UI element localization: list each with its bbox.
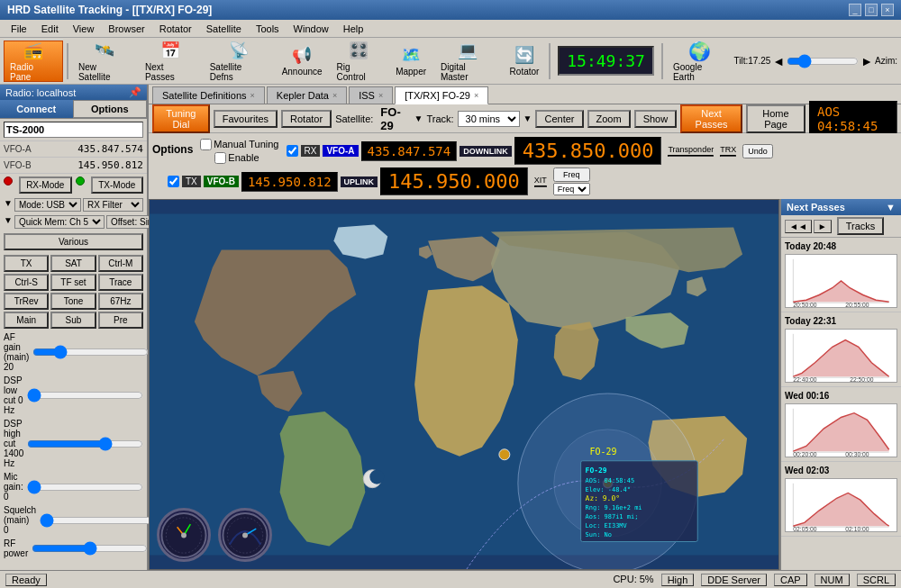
zoom-button[interactable]: Zoom	[587, 110, 631, 128]
quick-mem-select[interactable]: Quick Mem: Ch 5	[14, 215, 105, 229]
next-passes-sat-button[interactable]: Next Passes	[680, 104, 742, 133]
sat-dropdown-icon[interactable]: ▼	[414, 113, 423, 123]
tab-fo29[interactable]: [TX/RX] FO-29 ×	[395, 86, 488, 104]
tx-mode-button[interactable]: TX-Mode	[91, 176, 144, 194]
tab-fo29-close[interactable]: ×	[474, 91, 478, 100]
menu-browser[interactable]: Browser	[101, 22, 151, 36]
menu-tools[interactable]: Tools	[249, 22, 287, 36]
close-button[interactable]: ×	[881, 4, 894, 16]
main-button[interactable]: Main	[4, 312, 49, 329]
trace-button[interactable]: Trace	[98, 274, 143, 291]
tab-iss-close[interactable]: ×	[378, 91, 383, 100]
rx-led	[4, 176, 13, 185]
menu-help[interactable]: Help	[336, 22, 371, 36]
rx-checkbox[interactable]	[287, 145, 298, 157]
nav-prev-button[interactable]: ◄◄	[785, 220, 812, 233]
dsp-low-slider[interactable]	[27, 391, 143, 400]
panel-pin-icon[interactable]: 📌	[129, 86, 141, 98]
tx-checkbox[interactable]	[168, 176, 179, 187]
tab-iss[interactable]: ISS ×	[349, 86, 393, 104]
manual-tuning-checkbox[interactable]	[200, 139, 212, 150]
undo-button[interactable]: Undo	[742, 144, 773, 158]
tab-kepler-label: Kepler Data	[277, 90, 329, 101]
tilt-increase-icon[interactable]: ►	[860, 54, 873, 68]
tilt-decrease-icon[interactable]: ◄	[772, 54, 785, 68]
mode-select[interactable]: Mode: USB Mode: LSB Mode: FM	[14, 198, 81, 212]
rotator-toolbar-button[interactable]: 🔄 Rotator	[504, 41, 546, 82]
next-passes-label: Next Passes	[145, 62, 196, 82]
nav-play-button[interactable]: ►	[814, 220, 832, 233]
dsp-low-row: DSP low cut 0 Hz	[0, 374, 147, 417]
ctrl-m-button[interactable]: Ctrl-M	[98, 255, 143, 272]
dsp-high-row: DSP high cut 1400 Hz	[0, 417, 147, 470]
tuning-dial-button[interactable]: Tuning Dial	[152, 104, 210, 133]
minimize-button[interactable]: _	[849, 4, 861, 16]
sat-button[interactable]: SAT	[50, 255, 96, 272]
af-gain-slider[interactable]	[32, 348, 149, 357]
67hz-button[interactable]: 67Hz	[98, 293, 143, 310]
xit-label: XIT	[534, 176, 547, 185]
maximize-button[interactable]: □	[865, 4, 878, 16]
options-button[interactable]: Options	[73, 100, 148, 118]
main-content-area: Radio: localhost 📌 Connect Options VFO-A…	[0, 85, 901, 570]
pass-item-3: Wed 00:16 00:20:00 00:30:00	[781, 387, 901, 462]
tr-rev-button[interactable]: TrRev	[4, 293, 49, 310]
next-passes-dropdown-icon[interactable]: ▼	[886, 202, 896, 213]
quick-mem-arrow[interactable]: ▼	[4, 215, 13, 229]
transponder-bar-rx	[668, 155, 714, 157]
rotator-sat-button[interactable]: Rotator	[281, 110, 332, 128]
rx-mode-button[interactable]: RX-Mode	[19, 176, 72, 194]
freq-select[interactable]: Freq	[553, 183, 590, 195]
mapper-button[interactable]: 🗺️ Mapper	[389, 41, 432, 82]
menu-satellite[interactable]: Satellite	[199, 22, 249, 36]
mic-gain-slider[interactable]	[27, 483, 143, 492]
pass-item-4: Wed 02:03 02:05:00 02:10:00	[781, 462, 901, 537]
radio-pane-button[interactable]: 📻 Radio Pane	[4, 41, 63, 82]
favourites-button[interactable]: Favourites	[214, 110, 278, 128]
new-satellite-button[interactable]: 🛰️ New Satellite	[72, 41, 137, 82]
enable-checkbox[interactable]	[214, 152, 226, 164]
menu-edit[interactable]: Edit	[34, 22, 66, 36]
tf-set-button[interactable]: TF set	[50, 274, 96, 291]
rf-power-slider[interactable]	[32, 544, 148, 553]
tab-satellite-definitions[interactable]: Satellite Definitions ×	[152, 86, 265, 104]
various-button[interactable]: Various	[4, 233, 143, 250]
window-controls: _ □ ×	[849, 4, 894, 16]
menu-window[interactable]: Window	[287, 22, 336, 36]
mode-dropdown-arrow[interactable]: ▼	[4, 198, 13, 212]
pre-button[interactable]: Pre	[98, 312, 143, 329]
rig-control-button[interactable]: 🎛️ Rig Control	[331, 41, 388, 82]
tracks-button[interactable]: Tracks	[837, 217, 885, 235]
connect-button[interactable]: Connect	[0, 100, 73, 118]
announce-button[interactable]: 📢 Announce	[276, 41, 329, 82]
menu-file[interactable]: File	[4, 22, 34, 36]
track-dropdown-icon[interactable]: ▼	[523, 113, 532, 123]
show-button[interactable]: Show	[634, 110, 678, 128]
squelch-slider[interactable]	[40, 516, 156, 525]
satellite-defns-button[interactable]: 📡 Satellite Defns	[204, 41, 274, 82]
digital-master-icon: 💻	[458, 41, 478, 60]
digital-master-button[interactable]: 💻 Digital Master	[434, 41, 502, 82]
tab-kepler-close[interactable]: ×	[332, 91, 337, 100]
dsp-high-slider[interactable]	[27, 439, 143, 448]
sub-button[interactable]: Sub	[50, 312, 96, 329]
trx-area: TRX	[720, 145, 736, 157]
tone-button[interactable]: Tone	[50, 293, 96, 310]
tilt-slider[interactable]	[787, 55, 859, 68]
tab-sat-def-close[interactable]: ×	[250, 91, 255, 100]
menu-view[interactable]: View	[66, 22, 102, 36]
home-page-button[interactable]: Home Page	[746, 104, 805, 133]
svg-text:FO-29: FO-29	[586, 466, 607, 475]
ctrl-s-button[interactable]: Ctrl-S	[4, 274, 49, 291]
tx-button[interactable]: TX	[4, 255, 49, 272]
track-select[interactable]: 30 mins 60 mins 90 mins	[458, 111, 520, 127]
center-button[interactable]: Center	[535, 110, 583, 128]
google-earth-button[interactable]: 🌍 Google Earth	[667, 41, 733, 82]
menu-rotator[interactable]: Rotator	[152, 22, 199, 36]
freq-button[interactable]: Freq	[553, 167, 590, 182]
rig-preset-input[interactable]	[4, 122, 143, 138]
next-passes-toolbar-button[interactable]: 📅 Next Passes	[139, 41, 202, 82]
tab-kepler-data[interactable]: Kepler Data ×	[267, 86, 347, 104]
enable-row: Enable	[214, 152, 278, 164]
rx-filter-select[interactable]: RX Filter	[83, 198, 143, 212]
